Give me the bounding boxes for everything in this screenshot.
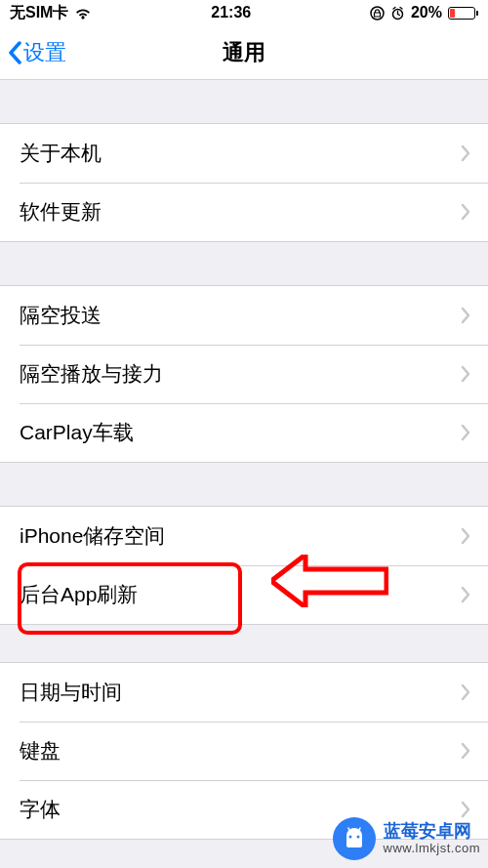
group-gap [0, 625, 488, 662]
nav-bar: 设置 通用 [0, 25, 488, 80]
row-label: 字体 [20, 796, 61, 823]
group-2: iPhone储存空间 后台App刷新 [0, 506, 488, 625]
chevron-right-icon [461, 424, 470, 441]
group-3: 日期与时间 键盘 字体 [0, 662, 488, 840]
chevron-right-icon [461, 586, 470, 603]
chevron-right-icon [461, 527, 470, 545]
status-left: 无SIM卡 [10, 3, 92, 23]
row-label: 键盘 [20, 737, 61, 765]
chevron-right-icon [461, 683, 470, 701]
row-keyboard[interactable]: 键盘 [0, 722, 488, 780]
row-label: 后台App刷新 [20, 581, 138, 608]
chevron-right-icon [461, 203, 470, 221]
row-label: 日期与时间 [20, 679, 122, 706]
status-right: 20% [370, 4, 478, 21]
group-gap [0, 242, 488, 285]
chevron-left-icon [8, 41, 21, 64]
row-iphone-storage[interactable]: iPhone储存空间 [0, 507, 488, 565]
row-software-update[interactable]: 软件更新 [0, 183, 488, 241]
chevron-right-icon [461, 307, 470, 324]
row-label: 关于本机 [20, 140, 102, 167]
row-fonts[interactable]: 字体 [0, 780, 488, 839]
settings-content[interactable]: 关于本机 软件更新 隔空投送 隔空播放与接力 CarPlay车载 iPhone储… [0, 80, 488, 868]
status-bar: 无SIM卡 21:36 20% [0, 0, 488, 25]
row-about[interactable]: 关于本机 [0, 124, 488, 183]
group-0: 关于本机 软件更新 [0, 123, 488, 242]
row-label: 软件更新 [20, 198, 102, 226]
status-time: 21:36 [211, 4, 251, 21]
row-label: 隔空播放与接力 [20, 360, 163, 388]
wifi-icon [74, 7, 92, 20]
row-date-time[interactable]: 日期与时间 [0, 663, 488, 722]
chevron-right-icon [461, 145, 470, 162]
nav-title: 通用 [223, 38, 265, 67]
chevron-right-icon [461, 742, 470, 760]
alarm-icon [390, 6, 405, 21]
chevron-right-icon [461, 801, 470, 818]
orientation-lock-icon [370, 6, 385, 21]
group-1: 隔空投送 隔空播放与接力 CarPlay车载 [0, 285, 488, 463]
row-label: 隔空投送 [20, 302, 102, 329]
group-gap [0, 80, 488, 123]
row-background-app-refresh[interactable]: 后台App刷新 [0, 565, 488, 624]
back-label: 设置 [23, 38, 66, 67]
group-gap [0, 463, 488, 506]
battery-icon [448, 7, 478, 20]
row-label: CarPlay车载 [20, 419, 134, 446]
row-carplay[interactable]: CarPlay车载 [0, 403, 488, 462]
row-label: iPhone储存空间 [20, 522, 165, 550]
carrier-label: 无SIM卡 [10, 3, 68, 23]
back-button[interactable]: 设置 [0, 38, 66, 67]
battery-percent: 20% [411, 4, 442, 21]
chevron-right-icon [461, 365, 470, 383]
row-airplay-handoff[interactable]: 隔空播放与接力 [0, 345, 488, 403]
row-airdrop[interactable]: 隔空投送 [0, 286, 488, 345]
